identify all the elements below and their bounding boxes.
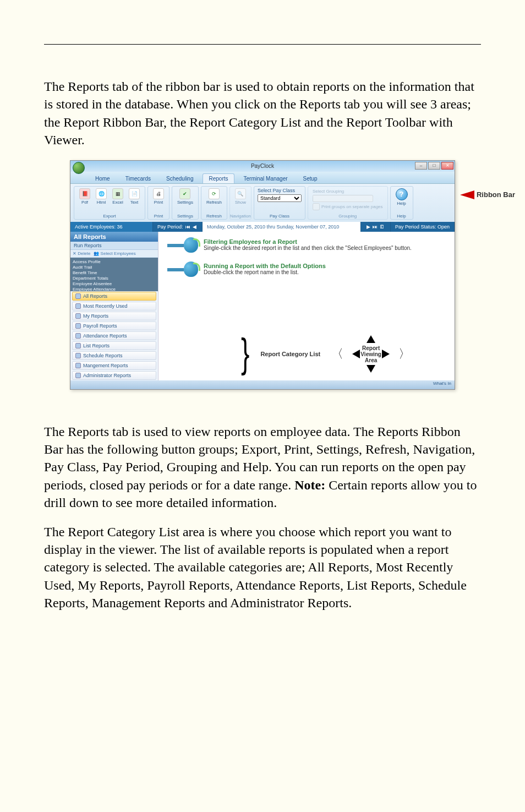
active-employees-count: Active Employees: 36 <box>70 222 153 232</box>
note-bold: Note: <box>294 478 325 492</box>
binoculars-icon: 🔍 <box>235 188 246 199</box>
paragraph-2: The Reports tab is used to view reports … <box>44 423 481 512</box>
report-item[interactable]: Benefit Time <box>73 270 156 276</box>
window-titlebar: PayClock – □ ✕ <box>70 161 455 172</box>
export-pdf-button[interactable]: 📕Pdf <box>78 188 92 205</box>
export-text-button[interactable]: 📄Text <box>127 188 141 205</box>
help-button[interactable]: ?Help <box>394 188 409 206</box>
screenshot-figure: PayClock – □ ✕ Home Timecards Scheduling… <box>44 160 481 390</box>
navigation-show-button: 🔍Show <box>233 188 248 205</box>
whats-in-link[interactable]: What's In <box>433 381 451 386</box>
calendar-icon <box>75 333 81 339</box>
callout-category-list: Report Category List <box>260 351 320 357</box>
grouping-checkbox <box>313 203 320 210</box>
tab-timecards[interactable]: Timecards <box>119 173 157 183</box>
close-button[interactable]: ✕ <box>441 162 453 170</box>
group-settings-label: Settings <box>172 214 198 219</box>
settings-button[interactable]: ✔Settings <box>176 188 195 205</box>
cat-administrator-reports[interactable]: Administrator Reports <box>72 371 156 380</box>
report-item[interactable]: Access Profile <box>73 259 156 265</box>
group-print-label: Print <box>148 214 169 219</box>
app-body: All Reports Run Reports ✕ Delete 👥 Selec… <box>70 232 455 380</box>
report-item[interactable]: Employee Absentee <box>73 281 156 287</box>
group-settings: ✔Settings Settings <box>172 186 199 220</box>
tab-reports[interactable]: Reports <box>203 173 234 183</box>
cat-my-reports[interactable]: My Reports <box>72 312 156 320</box>
cat-most-recently-used[interactable]: Most Recently Used <box>72 302 156 310</box>
four-arrows-icon: Report Viewing Area <box>354 337 387 370</box>
status-bar: What's In <box>70 380 455 389</box>
ribbon-tabs: Home Timecards Scheduling Reports Termin… <box>70 172 455 184</box>
cat-schedule-reports[interactable]: Schedule Reports <box>72 351 156 360</box>
print-button[interactable]: 🖨Print <box>151 188 166 205</box>
select-employees-link[interactable]: 👥 Select Employees <box>94 251 135 256</box>
first-period-button[interactable]: ⏮ <box>184 224 192 230</box>
group-navigation-label: Navigation <box>230 214 251 219</box>
cat-attendance-reports[interactable]: Attendance Reports <box>72 331 156 340</box>
grouping-checkbox-label: Print groups on separate pages <box>321 204 383 209</box>
chart-icon <box>75 363 81 368</box>
window-title: PayClock <box>251 163 274 169</box>
payclock-window: PayClock – □ ✕ Home Timecards Scheduling… <box>70 160 455 390</box>
refresh-button[interactable]: ⟳Refresh <box>205 188 223 205</box>
next-period-button[interactable]: ▶ <box>365 224 371 230</box>
payclass-select[interactable]: Standard <box>258 194 302 202</box>
export-excel-button[interactable]: ▦Excel <box>111 188 125 205</box>
group-grouping-label: Grouping <box>308 214 387 219</box>
cat-management-reports[interactable]: Mangement Reports <box>72 361 156 370</box>
printer-icon: 🖨 <box>153 188 164 199</box>
delete-report-link[interactable]: ✕ Delete <box>73 251 90 256</box>
left-panel: All Reports Run Reports ✕ Delete 👥 Selec… <box>70 232 158 380</box>
group-export: 📕Pdf 🌐Html ▦Excel 📄Text Export <box>74 186 145 220</box>
calendar-button[interactable]: 🗓 <box>379 224 386 230</box>
pdf-icon: 📕 <box>79 188 90 199</box>
arrow-left-icon <box>460 190 474 199</box>
tab-setup[interactable]: Setup <box>297 173 324 183</box>
run-body: Double-click the report name in the list… <box>204 269 326 275</box>
brace-icon: } <box>241 341 249 366</box>
top-rule <box>44 44 481 45</box>
list-icon <box>75 343 81 348</box>
clock-icon <box>75 303 81 309</box>
export-html-button[interactable]: 🌐Html <box>94 188 108 205</box>
left-panel-title: All Reports <box>70 232 158 242</box>
intro-paragraph: The Reports tab of the ribbon bar is use… <box>44 78 481 149</box>
folder-icon <box>75 293 81 299</box>
group-help-label: Help <box>391 214 413 219</box>
report-toolbar: ✕ Delete 👥 Select Employees <box>70 250 158 258</box>
run-title: Running a Report with the Default Option… <box>204 263 326 269</box>
star-icon <box>75 313 81 319</box>
ribbon-bar-annotation: Ribbon Bar <box>460 190 515 199</box>
group-payclass: Select Pay Class Standard Pay Class <box>254 186 305 220</box>
prev-period-button[interactable]: ◀ <box>192 224 198 230</box>
minimize-button[interactable]: – <box>415 162 427 170</box>
app-orb-icon[interactable] <box>73 162 85 174</box>
report-item[interactable]: Department Totals <box>73 276 156 281</box>
refresh-icon: ⟳ <box>209 188 220 199</box>
payperiod-range: Monday, October 25, 2010 thru Sunday, No… <box>203 222 361 232</box>
cat-all-reports[interactable]: All Reports <box>72 292 156 301</box>
report-category-list: All Reports Most Recently Used My Report… <box>70 291 158 380</box>
maximize-button[interactable]: □ <box>428 162 440 170</box>
report-item[interactable]: Employee Attendance <box>73 287 156 291</box>
report-item[interactable]: Audit Trail <box>73 265 156 270</box>
filter-body: Single-click the desired report in the l… <box>204 245 412 251</box>
chevron-right-icon: 〉 <box>398 346 411 362</box>
group-refresh-label: Refresh <box>201 214 227 219</box>
payperiod-label: Pay Period: <box>157 224 183 230</box>
schedule-icon <box>75 353 81 358</box>
callouts: } Report Category List 〈 Report Viewing … <box>241 337 411 370</box>
tab-home[interactable]: Home <box>89 173 116 183</box>
last-period-button[interactable]: ⏭ <box>371 224 379 230</box>
paragraph-3: The Report Category List area is where y… <box>44 523 481 612</box>
payperiod-status: Pay Period Status: Open <box>391 222 455 232</box>
text-icon: 📄 <box>129 188 140 199</box>
group-navigation: 🔍Show Navigation <box>229 186 251 220</box>
money-icon <box>75 323 81 329</box>
group-payclass-label: Pay Class <box>254 214 305 219</box>
cat-payroll-reports[interactable]: Payroll Reports <box>72 321 156 330</box>
report-list[interactable]: Access Profile Audit Trail Benefit Time … <box>70 258 158 291</box>
tab-terminal-manager[interactable]: Terminal Manager <box>238 173 294 183</box>
tab-scheduling[interactable]: Scheduling <box>160 173 199 183</box>
cat-list-reports[interactable]: List Reports <box>72 341 156 350</box>
